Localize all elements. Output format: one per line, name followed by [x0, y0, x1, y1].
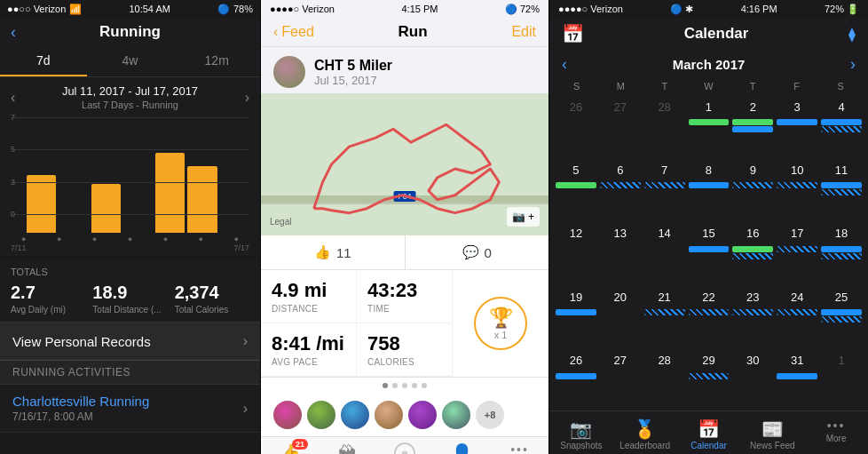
friend-avatar-4	[375, 401, 403, 429]
tab-profile[interactable]: 👤 Profile	[433, 437, 491, 454]
comments-button[interactable]: 💬 0	[406, 235, 549, 269]
table-row[interactable]: 10	[776, 158, 818, 219]
table-row[interactable]: 9	[731, 158, 774, 219]
time-p3: 4:16 PM	[741, 4, 777, 14]
panel-running: ●●○○ Verizon 📶 10:54 AM 🔵 78% ‹ Running …	[0, 0, 260, 454]
table-row[interactable]: 12	[555, 222, 597, 283]
bar-7	[220, 231, 249, 233]
back-button-p1[interactable]: ‹	[11, 23, 16, 42]
table-row[interactable]: 20	[599, 285, 642, 346]
edit-button[interactable]: Edit	[511, 24, 536, 40]
table-row[interactable]: 1	[688, 95, 730, 156]
table-row[interactable]: 21	[643, 285, 686, 346]
table-row[interactable]: 4	[820, 95, 863, 156]
bottom-tab-bar-p2: 👍 21 Feed 🏔 Challenges ⏺ Record 👤 Profil…	[261, 436, 548, 454]
next-month-button[interactable]: ›	[850, 55, 856, 74]
table-row[interactable]: 30	[731, 349, 774, 410]
stat-time: 43:23 TIME	[357, 270, 453, 323]
chevron-left-icon: ‹	[273, 24, 278, 40]
table-row[interactable]: 26	[555, 95, 597, 156]
view-personal-records-button[interactable]: View Personal Records ›	[0, 322, 260, 361]
table-row[interactable]: 28	[643, 95, 686, 156]
table-row[interactable]: 1	[820, 349, 863, 410]
battery-p1: 🔵 78%	[217, 4, 253, 15]
table-row[interactable]: 2	[731, 95, 774, 156]
tab-news-feed[interactable]: 📰 News Feed	[740, 415, 804, 452]
tab-snapshots[interactable]: 📷 Snapshots	[549, 415, 613, 452]
total-distance: 18.9 Total Distance (...	[92, 283, 167, 315]
next-period-button[interactable]: ›	[245, 90, 249, 106]
tab-feed[interactable]: 👍 21 Feed	[261, 437, 319, 454]
total-calories-label: Total Calories	[175, 305, 249, 315]
table-row[interactable]: 23	[731, 285, 774, 346]
tab-7d[interactable]: 7d	[0, 46, 87, 76]
table-row[interactable]: 16	[731, 222, 774, 283]
profile-icon: 👤	[451, 442, 473, 454]
bar-2	[59, 231, 88, 233]
tab-more[interactable]: ••• More	[491, 437, 548, 454]
table-row[interactable]: 17	[776, 222, 818, 283]
friend-avatar-2	[307, 401, 335, 429]
panel-calendar: ●●●●○ Verizon 🔵 ✱ 4:16 PM 72% 🔋 📅 Calend…	[549, 0, 868, 454]
tab-record[interactable]: ⏺ Record	[376, 437, 434, 454]
total-calories: 2,374 Total Calories	[175, 283, 249, 315]
header-bar-p2: ‹ Feed Run Edit	[261, 18, 548, 47]
more-friends-button[interactable]: +8	[476, 401, 504, 429]
table-row[interactable]: 19	[555, 285, 597, 346]
table-row[interactable]: 29	[688, 349, 730, 410]
cal-week-4: 19 20 21 22 23 24	[555, 285, 863, 346]
date-range-text: Jul 11, 2017 - Jul 17, 2017	[62, 84, 198, 98]
activities-section-header: Running Activities	[0, 361, 260, 385]
table-row[interactable]: 3	[776, 95, 818, 156]
carrier-p2: ●●●●○ Verizon	[270, 4, 335, 14]
table-row[interactable]: 26	[555, 349, 597, 410]
friend-avatar-6	[442, 401, 470, 429]
trophy-cell: 🏆 x 1	[453, 270, 548, 377]
tab-more-p3[interactable]: ••• More	[804, 415, 868, 452]
cal-week-1: 26 27 28 1 2 3 4	[555, 95, 863, 156]
header-bar-p1: ‹ Running	[0, 18, 260, 46]
avatar	[273, 56, 305, 88]
time-p2: 4:15 PM	[401, 4, 438, 14]
table-row[interactable]: 8	[688, 158, 730, 219]
table-row[interactable]: 7	[643, 158, 686, 219]
comment-icon: 💬	[462, 244, 479, 260]
date-range-sub: Last 7 Days - Running	[62, 100, 198, 110]
table-row[interactable]: 22	[688, 285, 730, 346]
table-row[interactable]: 13	[599, 222, 642, 283]
table-row[interactable]: 24	[776, 285, 818, 346]
bottom-tab-bar-p3: 📷 Snapshots 🏅 Leaderboard 📅 Calendar 📰 N…	[549, 410, 868, 454]
map-camera-button[interactable]: 📷 +	[507, 207, 540, 227]
tab-bar-p1: 7d 4w 12m	[0, 46, 260, 77]
total-calories-value: 2,374	[175, 283, 249, 303]
table-row[interactable]: 31	[776, 349, 818, 410]
activity-list-item[interactable]: Charlottesville Running 7/16/17, 8:00 AM…	[0, 385, 260, 433]
snapshots-icon: 📷	[570, 418, 592, 440]
prev-month-button[interactable]: ‹	[562, 55, 567, 74]
news-feed-icon: 📰	[761, 418, 784, 440]
panel-run-detail: ●●●●○ Verizon 4:15 PM 🔵 72% ‹ Feed Run E…	[260, 0, 549, 454]
more-icon-p3: •••	[827, 418, 846, 433]
thumbs-up-icon: 👍	[314, 244, 331, 260]
table-row[interactable]: 14	[643, 222, 686, 283]
table-row[interactable]: 11	[820, 158, 863, 219]
table-row[interactable]: 25	[820, 285, 863, 346]
table-row[interactable]: 18	[820, 222, 863, 283]
likes-button[interactable]: 👍 11	[261, 235, 406, 269]
table-row[interactable]: 6	[599, 158, 642, 219]
table-row[interactable]: 27	[599, 349, 642, 410]
tab-calendar[interactable]: 📅 Calendar	[677, 415, 741, 452]
table-row[interactable]: 15	[688, 222, 730, 283]
prev-period-button[interactable]: ‹	[11, 90, 15, 106]
table-row[interactable]: 28	[643, 349, 686, 410]
tab-4w[interactable]: 4w	[87, 46, 174, 76]
tab-12m[interactable]: 12m	[173, 46, 260, 76]
table-row[interactable]: 5	[555, 158, 597, 219]
table-row[interactable]: 27	[599, 95, 642, 156]
filter-button[interactable]: ⧫	[848, 26, 856, 43]
tab-challenges[interactable]: 🏔 Challenges	[319, 437, 376, 454]
tab-leaderboard[interactable]: 🏅 Leaderboard	[613, 415, 677, 452]
back-feed-button[interactable]: ‹ Feed	[273, 24, 314, 40]
status-bar-p3: ●●●●○ Verizon 🔵 ✱ 4:16 PM 72% 🔋	[549, 0, 868, 18]
friends-bar: +8	[261, 394, 548, 436]
